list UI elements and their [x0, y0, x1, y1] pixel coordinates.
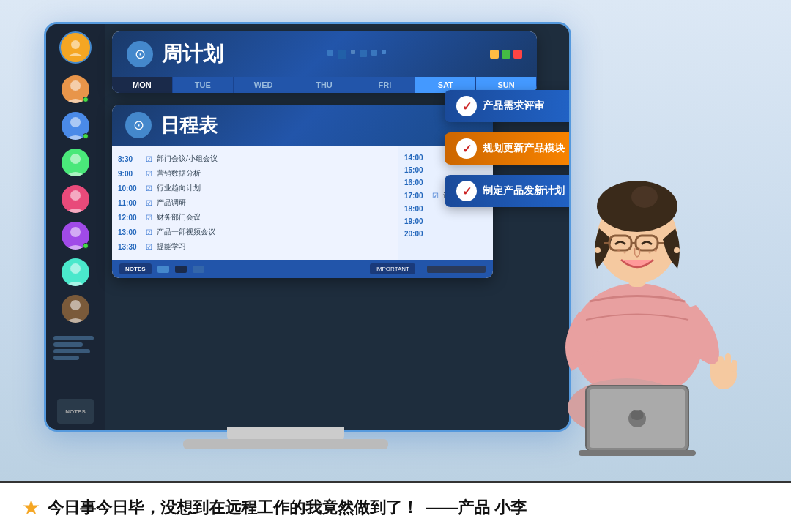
- svg-rect-11: [725, 353, 731, 371]
- notes-label: NOTES: [65, 408, 86, 415]
- task-check-1: ✓: [456, 96, 477, 116]
- task-card-3[interactable]: ✓ 制定产品发新计划: [445, 175, 569, 207]
- task-check-3: ✓: [456, 181, 477, 201]
- schedule-left-column: 8:30 ☑ 部门会议/小组会议 9:00 ☑ 营销数据分析 10:00: [112, 146, 398, 260]
- schedule-icon: ⊙: [125, 112, 152, 138]
- svg-point-2: [70, 117, 81, 127]
- caption-main-text: 今日事今日毕，没想到在远程工作的我竟然做到了！: [48, 497, 418, 519]
- task-card-1[interactable]: ✓ 产品需求评审: [445, 90, 569, 122]
- schedule-footer: NOTES IMPORTANT: [112, 260, 493, 278]
- schedule-time-1900: 19:00: [404, 215, 487, 228]
- bottom-caption: ★ 今日事今日毕，没想到在远程工作的我竟然做到了！ ——产品 小李: [0, 481, 791, 532]
- task-check-2: ✓: [456, 138, 477, 159]
- svg-point-31: [649, 252, 651, 254]
- schedule-item-1200: 12:00 ☑ 财务部门会议: [118, 210, 392, 225]
- sidebar-user-6[interactable]: [62, 258, 89, 286]
- sidebar-user-3[interactable]: [62, 149, 89, 176]
- schedule-item-900: 9:00 ☑ 营销数据分析: [118, 166, 392, 181]
- svg-point-3: [70, 154, 81, 164]
- schedule-item-1000: 10:00 ☑ 行业趋向计划: [118, 181, 392, 195]
- day-mon[interactable]: MON: [112, 77, 173, 93]
- weekly-plan-card: ⊙ 周计划: [112, 31, 537, 93]
- schedule-header: ⊙ 日程表: [112, 105, 493, 146]
- important-bar: [427, 266, 486, 273]
- svg-rect-12: [710, 364, 716, 374]
- color-dot-blue: [157, 266, 169, 273]
- svg-point-1: [70, 80, 81, 91]
- sidebar-text-area: [50, 336, 101, 360]
- schedule-title: 日程表: [160, 113, 218, 138]
- task-text-1: 产品需求评审: [483, 100, 544, 113]
- svg-point-29: [624, 252, 626, 254]
- schedule-item-830: 8:30 ☑ 部门会议/小组会议: [118, 151, 392, 166]
- plan-icon: ⊙: [127, 41, 153, 67]
- svg-point-33: [674, 247, 680, 253]
- svg-rect-13: [732, 360, 737, 372]
- star-icon: ★: [22, 495, 40, 520]
- sidebar-user-7[interactable]: [62, 295, 89, 323]
- weekly-plan-title: 周计划: [162, 40, 223, 68]
- day-tue[interactable]: TUE: [173, 77, 234, 93]
- day-wed[interactable]: WED: [234, 77, 294, 93]
- day-fri[interactable]: FRI: [354, 77, 415, 93]
- task-text-2: 规划更新产品模块: [483, 142, 565, 155]
- schedule-card: ⊙ 日程表 8:30 ☑ 部门会议/小组会议 9:00: [112, 105, 493, 278]
- svg-point-34: [631, 186, 658, 208]
- svg-point-4: [70, 190, 81, 201]
- color-dot-medium: [193, 266, 204, 273]
- window-controls: [490, 50, 522, 59]
- color-dot-dark: [175, 266, 187, 273]
- schedule-item-1300: 13:00 ☑ 产品一部视频会议: [118, 225, 392, 239]
- weekly-plan-header: ⊙ 周计划: [112, 31, 537, 77]
- svg-point-7: [70, 300, 81, 310]
- sidebar-user-2[interactable]: [62, 112, 89, 140]
- svg-point-5: [70, 227, 81, 237]
- svg-rect-18: [579, 450, 696, 456]
- day-thu[interactable]: THU: [294, 77, 355, 93]
- caption-author: ——产品 小李: [426, 497, 527, 519]
- task-cards-container: ✓ 产品需求评审 ✓ 规划更新产品模块 ✓ 制定产品发: [445, 90, 569, 207]
- sidebar-user-5[interactable]: [62, 222, 89, 250]
- notes-footer-button[interactable]: NOTES: [119, 263, 152, 274]
- main-wrapper: NOTES ⊙ 周计划: [0, 0, 791, 532]
- monitor-stand-base: [183, 439, 388, 449]
- sidebar-main-avatar[interactable]: [59, 31, 92, 64]
- task-text-3: 制定产品发新计划: [483, 184, 565, 198]
- svg-point-6: [70, 263, 81, 274]
- svg-point-0: [71, 40, 80, 49]
- svg-rect-10: [718, 356, 724, 372]
- sidebar: NOTES: [46, 24, 105, 430]
- important-button[interactable]: IMPORTANT: [370, 263, 415, 274]
- notes-nav-button[interactable]: NOTES: [57, 399, 94, 424]
- sidebar-user-4[interactable]: [62, 185, 89, 213]
- sidebar-user-1[interactable]: [62, 75, 89, 103]
- schedule-time-2000: 20:00: [404, 228, 487, 240]
- schedule-body: 8:30 ☑ 部门会议/小组会议 9:00 ☑ 营销数据分析 10:00: [112, 146, 493, 260]
- svg-point-32: [595, 247, 601, 253]
- task-card-2[interactable]: ✓ 规划更新产品模块: [445, 132, 569, 165]
- schedule-item-1100: 11:00 ☑ 产品调研: [118, 195, 392, 210]
- svg-point-28: [617, 249, 620, 252]
- svg-point-30: [654, 249, 657, 252]
- schedule-item-1330: 13:30 ☑ 提能学习: [118, 239, 392, 254]
